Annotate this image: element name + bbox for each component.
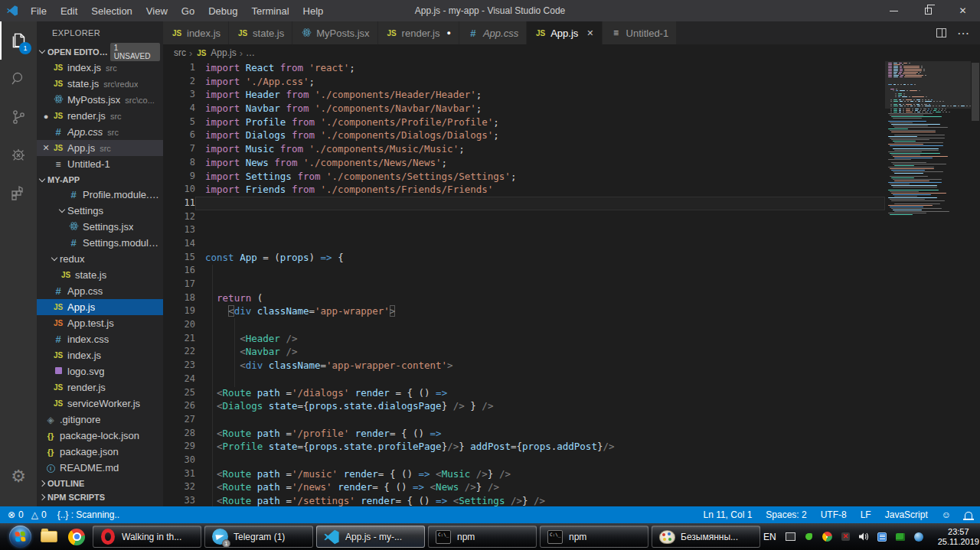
tree-file[interactable]: #Settings.module.c... xyxy=(37,235,163,251)
safely-remove-tray-icon[interactable]: ✕ xyxy=(840,531,851,542)
tree-file[interactable]: #Profile.module.css xyxy=(37,187,163,203)
more-actions-icon[interactable]: ⋯ xyxy=(957,26,969,41)
menu-view[interactable]: View xyxy=(140,2,174,20)
taskbar-clock[interactable]: 23:57 25.11.2019 xyxy=(938,527,979,547)
extensions-icon[interactable] xyxy=(0,174,37,213)
modified-dot-icon[interactable]: ● xyxy=(40,112,52,121)
minimap[interactable] xyxy=(885,61,971,506)
source-control-icon[interactable] xyxy=(0,98,37,136)
code-editor[interactable]: 1import React from 'react';2import './Ap… xyxy=(163,61,885,506)
menu-edit[interactable]: Edit xyxy=(54,2,83,20)
file-name: Settings.module.c... xyxy=(83,237,163,249)
cursor-position[interactable]: Ln 11, Col 1 xyxy=(703,509,752,520)
open-editor-item[interactable]: ✕JSApp.jssrc xyxy=(37,140,163,156)
menu-go[interactable]: Go xyxy=(175,2,201,20)
open-editor-item[interactable]: ●JSrender.jssrc xyxy=(37,108,163,124)
tab-untitled-1[interactable]: ≡Untitled-1 xyxy=(603,21,678,44)
restore-button[interactable] xyxy=(911,0,946,21)
tree-file[interactable]: ◈.gitignore xyxy=(37,412,163,428)
tree-file[interactable]: #App.css xyxy=(37,283,163,299)
tab-app-js[interactable]: JSApp.js✕ xyxy=(527,21,602,44)
open-editor-item[interactable]: #App.csssrc xyxy=(37,124,163,140)
indentation[interactable]: Spaces: 2 xyxy=(766,509,806,520)
taskbar-button-telegram[interactable]: 1Telegram (1) xyxy=(204,526,313,548)
editor-scrollbar[interactable] xyxy=(971,61,980,506)
menu-debug[interactable]: Debug xyxy=(202,2,243,20)
debug-icon[interactable] xyxy=(0,136,37,174)
explorer-icon[interactable]: 1 xyxy=(0,21,37,60)
open-editor-item[interactable]: JSstate.jssrc\redux xyxy=(37,76,163,92)
tree-file[interactable]: JSstate.js xyxy=(37,267,163,283)
tab-myposts-jsx[interactable]: MyPosts.jsx xyxy=(292,21,377,44)
taskbar-pin-chrome[interactable] xyxy=(65,526,88,548)
tree-file[interactable]: JSrender.js xyxy=(37,379,163,395)
tree-file[interactable]: Settings.jsx xyxy=(37,219,163,235)
split-editor-icon[interactable] xyxy=(936,28,946,37)
code-line: 8import News from './components/News/New… xyxy=(163,156,885,170)
notifications-bell-icon[interactable] xyxy=(965,512,972,519)
tree-file[interactable]: {}package.json xyxy=(37,444,163,460)
file-name: render.js xyxy=(67,382,106,393)
folder-icon xyxy=(41,531,57,542)
problems-indicator[interactable]: ⊗0 △0 xyxy=(8,509,47,520)
tab-app-css[interactable]: #App.css xyxy=(459,21,527,44)
menu-selection[interactable]: Selection xyxy=(85,2,138,20)
line-number: 2 xyxy=(163,75,195,89)
taskbar-pin-explorer[interactable] xyxy=(38,526,60,548)
menu-terminal[interactable]: Terminal xyxy=(245,2,295,20)
tree-file[interactable]: JSindex.js xyxy=(37,347,163,363)
hidden-icons-button[interactable] xyxy=(785,531,796,542)
outline-section[interactable]: OUTLINE xyxy=(37,476,163,490)
file-path: src\redux xyxy=(103,80,138,89)
taskbar-button-paint[interactable]: Безымянны... xyxy=(652,526,760,548)
tree-file[interactable]: #index.css xyxy=(37,331,163,347)
breadcrumb[interactable]: src › JS App.js › … xyxy=(163,44,980,61)
tab-state-js[interactable]: JSstate.js xyxy=(229,21,292,44)
taskbar-button-opera[interactable]: Walking in th... xyxy=(93,526,201,548)
close-icon[interactable]: ✕ xyxy=(40,143,52,153)
tab-index-js[interactable]: JSindex.js xyxy=(163,21,229,44)
minimize-button[interactable] xyxy=(877,0,911,21)
menu-file[interactable]: File xyxy=(24,2,53,20)
updater-tray-icon[interactable] xyxy=(803,531,815,542)
tree-file[interactable]: JSserviceWorker.js xyxy=(37,395,163,412)
nvidia-tray-icon[interactable] xyxy=(895,531,906,542)
scrollbar-thumb[interactable] xyxy=(972,63,979,121)
encoding[interactable]: UTF-8 xyxy=(821,509,847,520)
network-tray-icon[interactable] xyxy=(913,531,925,542)
tree-file[interactable]: iREADME.md xyxy=(37,460,163,476)
chrome-tray-icon[interactable] xyxy=(822,531,833,542)
dictionary-tray-icon[interactable] xyxy=(877,531,888,542)
taskbar-button-cmd[interactable]: C:\_npm xyxy=(540,526,648,548)
open-editor-item[interactable]: MyPosts.jsxsrc\co... xyxy=(37,92,163,108)
tree-file[interactable]: JSApp.test.js xyxy=(37,315,163,331)
search-icon[interactable] xyxy=(0,60,37,98)
open-editor-item[interactable]: JSindex.jssrc xyxy=(37,60,163,76)
tree-file[interactable]: {}package-lock.json xyxy=(37,428,163,444)
tree-file[interactable]: JSApp.js xyxy=(37,299,163,315)
taskbar-button-cmd[interactable]: C:\_npm xyxy=(428,526,537,548)
start-button[interactable] xyxy=(9,526,31,548)
project-section[interactable]: MY-APP xyxy=(37,173,163,187)
volume-tray-icon[interactable] xyxy=(858,531,870,542)
npm-scripts-section[interactable]: NPM SCRIPTS xyxy=(37,490,163,504)
taskbar-button-vscode[interactable]: App.js - my-... xyxy=(316,526,425,548)
tree-folder[interactable]: Settings xyxy=(37,203,163,219)
settings-gear-icon[interactable]: ⚙ xyxy=(11,467,26,487)
tab-render-js[interactable]: JSrender.js● xyxy=(378,21,459,44)
eslint-status[interactable]: {..} : Scanning.. xyxy=(57,509,119,520)
language-indicator[interactable]: EN xyxy=(763,532,776,542)
menu-help[interactable]: Help xyxy=(297,2,330,20)
close-icon[interactable]: ✕ xyxy=(586,28,593,38)
open-editor-item[interactable]: ≡Untitled-1 xyxy=(37,156,163,172)
tab-label: App.css xyxy=(483,28,518,39)
tree-folder[interactable]: redux xyxy=(37,251,163,267)
eol-sequence[interactable]: LF xyxy=(861,509,871,520)
open-editors-section[interactable]: OPEN EDITORS 1 UNSAVED xyxy=(37,44,163,60)
feedback-smiley-icon[interactable]: ☺ xyxy=(942,509,951,520)
minimap-viewport[interactable] xyxy=(885,61,971,109)
close-button[interactable]: ✕ xyxy=(946,0,980,21)
language-mode[interactable]: JavaScript xyxy=(885,509,928,520)
errors-icon: ⊗ xyxy=(8,509,15,520)
tree-file[interactable]: logo.svg xyxy=(37,363,163,379)
